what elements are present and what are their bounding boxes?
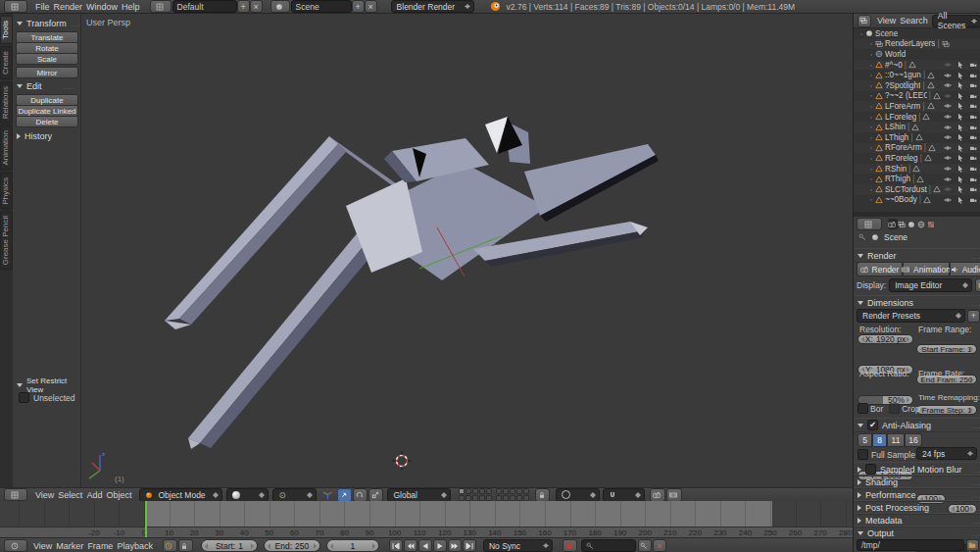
unselected-checkbox[interactable] [19, 392, 29, 403]
aa-samples-5-button[interactable]: 5 [858, 433, 872, 447]
expander-icon[interactable]: ◦ [867, 40, 875, 47]
render-presets-select[interactable]: Render Presets [857, 309, 965, 323]
render-toggle-icon[interactable] [969, 124, 977, 131]
render-toggle-icon[interactable] [969, 92, 977, 100]
selectability-toggle-icon[interactable] [956, 133, 964, 141]
outliner-row[interactable]: ◦?Spotlight| [854, 80, 980, 91]
vmenu-select[interactable]: Select [56, 490, 84, 500]
outliner-row[interactable]: ◦::0~~1gun| [854, 70, 980, 80]
history-panel-header[interactable]: History [17, 131, 77, 141]
selectability-toggle-icon[interactable] [956, 165, 964, 173]
sync-mode-select[interactable]: No Sync [483, 539, 553, 552]
visibility-toggle-icon[interactable] [944, 124, 952, 131]
jump-to-start-button[interactable] [389, 539, 403, 552]
frame-step-field[interactable]: Frame Step: 1 [916, 405, 977, 415]
scale-button[interactable]: Scale [16, 53, 78, 65]
expander-icon[interactable]: ◦ [867, 166, 875, 173]
tab-physics[interactable]: Physics [0, 173, 13, 210]
add-preset-button[interactable]: + [967, 310, 980, 323]
render-toggle-icon[interactable] [969, 113, 977, 121]
render-toggle-icon[interactable] [969, 176, 977, 183]
outliner-item-label[interactable]: ::0~~1gun [885, 71, 921, 79]
viewport-3d[interactable]: User Persp [81, 14, 853, 487]
visibility-toggle-icon[interactable] [944, 61, 952, 69]
tab-texture[interactable] [927, 219, 937, 229]
editor-type-info-button[interactable] [4, 0, 27, 13]
outliner-item-label[interactable]: RShin [885, 165, 906, 174]
timeline-track-area[interactable] [0, 501, 853, 527]
start-frame-prop-field[interactable]: Start Frame: 1 [916, 344, 977, 354]
visibility-toggle-icon[interactable] [944, 165, 952, 173]
border-option[interactable]: Bor Crop [858, 403, 920, 414]
selectability-toggle-icon[interactable] [956, 102, 964, 110]
tmenu-marker[interactable]: Marker [54, 541, 85, 551]
selectability-toggle-icon[interactable] [956, 176, 964, 183]
outliner-menu-view[interactable]: View [875, 16, 898, 25]
tmenu-playback[interactable]: Playback [115, 541, 155, 551]
layer-toggle[interactable] [472, 488, 478, 494]
orientation-select[interactable]: Global [387, 488, 451, 502]
selectability-toggle-icon[interactable] [956, 154, 964, 162]
mode-select[interactable]: Object Mode [139, 488, 222, 502]
outliner-item-label[interactable]: RForeArm [885, 143, 922, 152]
menu-help[interactable]: Help [120, 2, 142, 12]
selectability-toggle-icon[interactable] [956, 61, 964, 69]
selectability-toggle-icon[interactable] [956, 81, 964, 89]
editor-type-3dview-button[interactable] [4, 488, 27, 501]
layer-toggle[interactable] [459, 488, 465, 494]
use-preview-range-button[interactable] [163, 539, 177, 552]
edit-panel-header[interactable]: Edit... [17, 81, 77, 91]
outliner-row[interactable]: ◦Scene [854, 28, 980, 39]
render-opengl-button[interactable] [650, 488, 665, 502]
motion-blur-checkbox[interactable] [865, 464, 876, 475]
delete-layout-button[interactable]: × [250, 0, 263, 13]
vmenu-object[interactable]: Object [104, 490, 133, 500]
visibility-toggle-icon[interactable] [944, 144, 952, 152]
outliner-menu-search[interactable]: Search [898, 16, 930, 25]
antialiasing-panel-header[interactable]: Anti-Aliasing... [854, 418, 980, 432]
delete-keyframe-button[interactable]: × [653, 539, 666, 552]
layer-toggle[interactable] [466, 488, 471, 494]
output-path-field[interactable]: /tmp/ [857, 539, 964, 551]
outliner-item-label[interactable]: LForeleg [885, 113, 916, 122]
resolution-x-field[interactable]: X:1920 px [858, 334, 913, 344]
editor-type-outliner-button[interactable] [858, 15, 871, 27]
outliner-row[interactable]: ◦#^~0| [854, 60, 980, 71]
render-toggle-icon[interactable] [969, 165, 977, 173]
tmenu-view[interactable]: View [31, 541, 54, 551]
aa-samples-11-button[interactable]: 11 [887, 433, 905, 447]
menu-window[interactable]: Window [84, 2, 120, 12]
outliner-item-label[interactable]: LForeArm [885, 102, 920, 111]
expander-icon[interactable]: ◦ [867, 186, 875, 193]
render-toggle-icon[interactable] [969, 196, 977, 204]
end-frame-field[interactable]: End:250 [264, 539, 320, 552]
layer-grid-2[interactable] [496, 488, 529, 501]
visibility-toggle-icon[interactable] [944, 196, 952, 204]
current-frame-field[interactable]: 1 [326, 539, 379, 552]
visibility-toggle-icon[interactable] [944, 133, 952, 141]
menu-file[interactable]: File [33, 2, 52, 12]
render-toggle-icon[interactable] [969, 102, 977, 110]
antialiasing-checkbox[interactable] [867, 420, 878, 430]
delete-scene-button[interactable]: × [365, 0, 377, 13]
layer-toggle[interactable] [496, 488, 502, 494]
expander-icon[interactable]: ◦ [858, 30, 865, 37]
screen-layout-browse-button[interactable] [150, 0, 172, 13]
selectability-toggle-icon[interactable] [956, 185, 964, 193]
snap-select[interactable] [603, 488, 645, 502]
expander-icon[interactable]: ◦ [867, 62, 875, 69]
outliner-row[interactable]: ◦RShin| [854, 164, 980, 175]
scene-name-field[interactable]: Scene [291, 0, 352, 13]
expander-icon[interactable]: ◦ [867, 103, 875, 110]
render-animation-button[interactable]: Animation [903, 262, 950, 276]
layer-toggle[interactable] [479, 488, 485, 494]
outliner-item-label[interactable]: LShin [885, 123, 906, 131]
expander-icon[interactable]: ◦ [867, 155, 875, 162]
shading-select[interactable] [226, 488, 269, 502]
outliner-row[interactable]: ◦LShin| [854, 122, 980, 132]
aa-samples-8-button[interactable]: 8 [872, 433, 887, 447]
play-reverse-button[interactable] [418, 539, 432, 552]
layer-toggle[interactable] [510, 488, 515, 494]
outliner-row[interactable]: ◦SLCTordustscout| [854, 184, 980, 195]
outliner-item-label[interactable]: RForeleg [885, 154, 918, 163]
